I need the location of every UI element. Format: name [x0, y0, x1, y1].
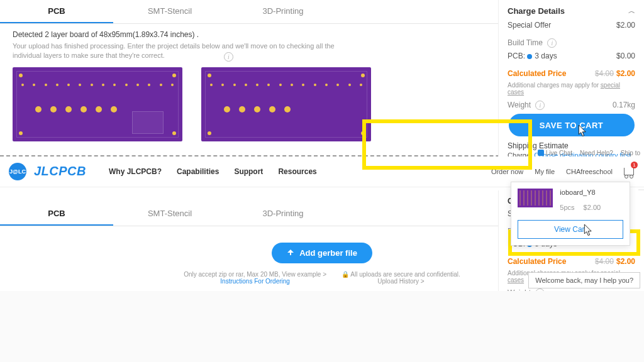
weight-value: 0.17kg	[613, 101, 635, 110]
extra-charges-note: Additional charges may apply for special…	[508, 82, 635, 96]
cart-item-qty: 5pcs	[560, 204, 574, 211]
pcb-build-time: PCB: 3 days	[508, 52, 557, 60]
chevron-up-icon[interactable]: ︿	[628, 6, 635, 16]
nav-why[interactable]: Why JLCPCB?	[109, 167, 162, 176]
info-icon[interactable]: i	[547, 38, 557, 48]
calc-price-label: Calculated Price	[508, 69, 566, 78]
chat-bubble[interactable]: Welcome back, may I help you?	[528, 272, 640, 288]
cart-dropdown: ioboard_Y8 5pcs$2.00 View Cart	[511, 182, 630, 246]
tab-pcb[interactable]: PCB	[0, 202, 113, 226]
tab-pcb[interactable]: PCB	[0, 0, 113, 23]
calc-price-value: $4.00$2.00	[595, 69, 635, 78]
footer-toolbar: Live Chat Need Help? Ship to	[538, 150, 640, 156]
user-name[interactable]: CHAfreeschool	[566, 168, 613, 175]
view-cart-button[interactable]: View Cart	[518, 220, 623, 239]
upload-secure-note: 🔒 All uploads are secure and confidentia…	[341, 271, 460, 278]
cart-item-thumb	[518, 189, 553, 207]
cart-item-name: ioboard_Y8	[560, 189, 601, 196]
lock-icon: 🔒	[341, 271, 349, 278]
calc-price-label: Calculated Price	[508, 257, 566, 266]
charge-title: Charge Details	[508, 6, 565, 16]
upload-history-link[interactable]: Upload History >	[377, 278, 424, 285]
cart-item-price: $2.00	[584, 204, 601, 211]
build-time-label: Build Time i	[508, 38, 557, 48]
live-chat-link[interactable]: Live Chat	[538, 150, 572, 156]
order-now-link[interactable]: Order now	[491, 168, 523, 175]
upload-accept-note: Only accept zip or rar, Max 20 MB, View …	[184, 271, 326, 278]
pcb-build-price: $0.00	[616, 52, 635, 60]
weight-label: Weight i	[508, 101, 545, 110]
tab-3dprint[interactable]: 3D-Printing	[226, 202, 340, 226]
tab-stencil[interactable]: SMT-Stencil	[113, 202, 226, 226]
info-icon[interactable]: i	[535, 101, 545, 110]
pcb-preview-back[interactable]	[201, 67, 371, 141]
weight-label: Weight i	[508, 288, 545, 291]
info-icon[interactable]: i	[224, 52, 233, 62]
nav-support[interactable]: Support	[234, 167, 263, 176]
nav-capabilities[interactable]: Capabilities	[177, 167, 219, 176]
nav-resources[interactable]: Resources	[278, 167, 316, 176]
cart-badge: 1	[631, 162, 638, 168]
tab-stencil[interactable]: SMT-Stencil	[113, 0, 226, 23]
ship-to-link[interactable]: Ship to	[621, 150, 640, 156]
charge-panel: Charge Details︿ Special Offer$2.00 Build…	[498, 0, 644, 159]
special-offer-label: Special Offer	[508, 21, 551, 30]
need-help-link[interactable]: Need Help?	[580, 150, 613, 156]
processing-note: Your upload has finished processing. Ent…	[0, 41, 352, 67]
save-to-cart-button[interactable]: SAVE TO CART	[509, 114, 635, 136]
my-file-link[interactable]: My file	[535, 168, 555, 175]
calc-price-value: $4.00$2.00	[595, 257, 635, 266]
pcb-preview-front[interactable]	[13, 67, 182, 141]
ordering-instructions-link[interactable]: Instructions For Ordering	[220, 278, 290, 285]
add-gerber-button[interactable]: Add gerber file	[272, 243, 372, 263]
special-offer-value: $2.00	[616, 21, 635, 30]
upload-icon	[287, 249, 294, 256]
logo[interactable]: JLCPCB	[34, 164, 86, 178]
tab-3dprint[interactable]: 3D-Printing	[226, 0, 340, 23]
info-icon[interactable]: i	[535, 288, 545, 291]
logo-badge-icon: J@LC	[9, 163, 26, 180]
cart-icon[interactable]: 1	[623, 164, 635, 175]
